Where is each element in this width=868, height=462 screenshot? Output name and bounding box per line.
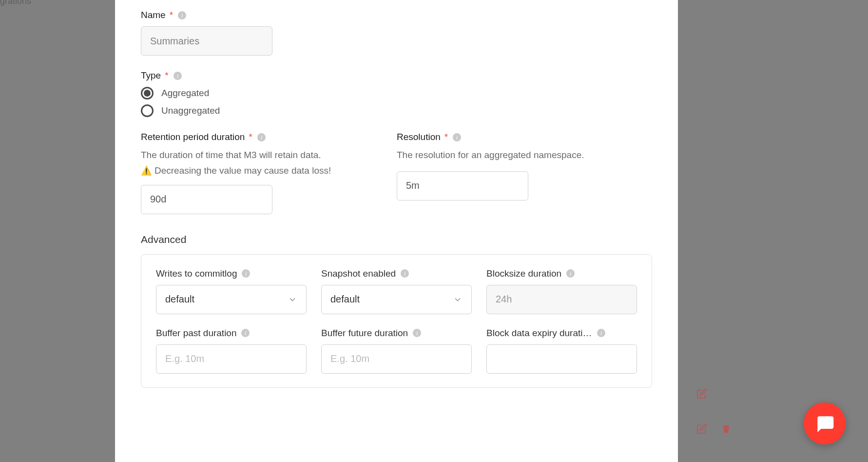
required-asterisk: *	[165, 70, 168, 81]
svg-text:i: i	[176, 73, 178, 79]
chevron-down-icon	[453, 295, 463, 304]
svg-text:i: i	[456, 134, 458, 141]
type-radio-unaggregated[interactable]: Unaggregated	[141, 104, 652, 117]
svg-text:i: i	[600, 330, 601, 337]
buffer-future-input[interactable]	[321, 344, 472, 374]
warning-icon: ⚠️	[141, 165, 152, 176]
svg-text:i: i	[245, 271, 247, 277]
block-data-expiry-label: Block data expiry durati…	[486, 328, 592, 339]
type-label: Type	[141, 70, 161, 81]
advanced-panel: Writes to commitlog i default Snapshot e…	[141, 254, 652, 388]
namespace-settings-modal: Name* i Type* i Aggregated Unaggregated	[115, 0, 678, 462]
svg-text:i: i	[416, 330, 418, 337]
chevron-down-icon	[288, 295, 297, 304]
name-field-group: Name* i	[141, 10, 652, 56]
buffer-future-label: Buffer future duration	[321, 328, 408, 339]
radio-icon	[141, 104, 154, 117]
svg-text:i: i	[261, 134, 262, 141]
edit-icon[interactable]	[696, 423, 707, 434]
retention-warning: ⚠️ Decreasing the value may cause data l…	[141, 165, 367, 176]
block-data-expiry-input[interactable]	[486, 344, 637, 374]
resolution-label: Resolution	[397, 132, 441, 142]
info-icon[interactable]: i	[401, 269, 409, 278]
required-asterisk: *	[170, 10, 173, 20]
writes-commitlog-group: Writes to commitlog i default	[156, 268, 307, 314]
resolution-field-group: Resolution* i The resolution for an aggr…	[397, 132, 623, 214]
writes-commitlog-label: Writes to commitlog	[156, 268, 237, 279]
trash-icon[interactable]	[721, 423, 732, 434]
buffer-future-group: Buffer future duration i	[321, 328, 472, 374]
info-icon[interactable]: i	[453, 133, 461, 141]
background-action-icons	[696, 388, 732, 434]
chat-fab-button[interactable]	[804, 402, 846, 444]
radio-icon	[141, 87, 154, 100]
svg-text:i: i	[570, 271, 571, 277]
advanced-heading: Advanced	[141, 234, 652, 245]
info-icon[interactable]: i	[566, 269, 575, 278]
info-icon[interactable]: i	[242, 269, 250, 278]
info-icon[interactable]: i	[413, 329, 421, 337]
buffer-past-label: Buffer past duration	[156, 328, 236, 339]
writes-commitlog-select[interactable]: default	[156, 285, 307, 314]
retention-field-group: Retention period duration* i The duratio…	[141, 132, 367, 214]
blocksize-label: Blocksize duration	[486, 268, 561, 279]
resolution-helper-text: The resolution for an aggregated namespa…	[397, 148, 623, 162]
radio-label: Aggregated	[161, 88, 209, 99]
snapshot-enabled-select[interactable]: default	[321, 285, 472, 314]
blocksize-input[interactable]	[486, 285, 637, 314]
select-value: default	[330, 294, 360, 305]
sidebar-partial-text: grations	[0, 0, 31, 6]
block-data-expiry-group: Block data expiry durati… i	[486, 328, 637, 374]
retention-input[interactable]	[141, 185, 272, 214]
snapshot-enabled-group: Snapshot enabled i default	[321, 268, 472, 314]
svg-text:i: i	[404, 271, 405, 277]
svg-text:i: i	[181, 12, 183, 19]
radio-label: Unaggregated	[161, 105, 220, 116]
buffer-past-group: Buffer past duration i	[156, 328, 307, 374]
retention-warning-text: Decreasing the value may cause data loss…	[154, 165, 331, 176]
retention-label: Retention period duration	[141, 132, 245, 142]
type-field-group: Type* i Aggregated Unaggregated	[141, 70, 652, 117]
snapshot-enabled-label: Snapshot enabled	[321, 268, 396, 279]
info-icon[interactable]: i	[257, 133, 266, 141]
info-icon[interactable]: i	[597, 329, 605, 337]
edit-icon[interactable]	[696, 388, 707, 399]
svg-text:i: i	[245, 330, 246, 337]
retention-helper-text: The duration of time that M3 will retain…	[141, 148, 367, 162]
type-radio-aggregated[interactable]: Aggregated	[141, 87, 652, 100]
name-label: Name	[141, 10, 166, 20]
info-icon[interactable]: i	[178, 11, 186, 20]
resolution-input[interactable]	[397, 171, 528, 201]
chat-icon	[814, 413, 835, 434]
buffer-past-input[interactable]	[156, 344, 307, 374]
required-asterisk: *	[249, 132, 252, 142]
info-icon[interactable]: i	[174, 72, 182, 80]
info-icon[interactable]: i	[241, 329, 250, 337]
select-value: default	[165, 294, 194, 305]
blocksize-group: Blocksize duration i	[486, 268, 637, 314]
required-asterisk: *	[444, 132, 448, 142]
name-input[interactable]	[141, 26, 272, 56]
